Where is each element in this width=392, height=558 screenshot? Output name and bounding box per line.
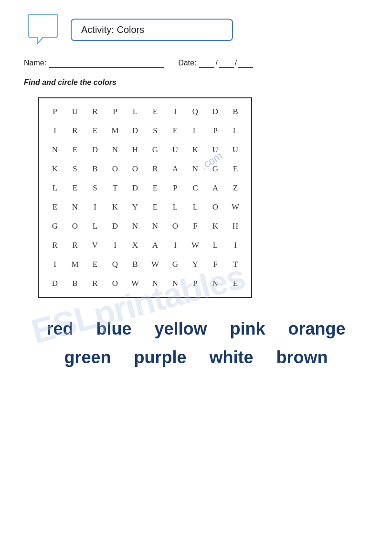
grid-cell-1-8: P <box>205 121 225 140</box>
grid-cell-9-7: P <box>185 274 205 293</box>
grid-cell-7-0: R <box>45 236 65 255</box>
grid-cell-9-5: N <box>145 274 165 293</box>
date-label: Date: <box>178 59 196 67</box>
grid-cell-3-4: O <box>125 159 145 179</box>
grid-cell-3-8: G <box>205 159 225 179</box>
color-word-white: white <box>210 347 254 368</box>
grid-cell-8-3: Q <box>105 255 125 274</box>
grid-cell-5-6: L <box>165 198 185 217</box>
grid-cell-7-7: W <box>185 236 205 255</box>
color-word-pink: pink <box>230 319 265 339</box>
grid-cell-6-9: H <box>225 217 245 236</box>
grid-cell-2-1: E <box>65 140 85 159</box>
grid-cell-0-2: R <box>85 102 105 121</box>
grid-cell-9-1: B <box>65 274 85 293</box>
grid-cell-2-0: N <box>45 140 65 159</box>
grid-cell-6-0: G <box>45 217 65 236</box>
grid-cell-3-3: O <box>105 159 125 179</box>
grid-cell-6-4: N <box>125 217 145 236</box>
name-label: Name: <box>24 59 46 67</box>
grid-cell-5-9: W <box>225 198 245 217</box>
grid-cell-3-1: S <box>65 159 85 179</box>
grid-cell-6-7: F <box>185 217 205 236</box>
wordsearch-wrapper: PURPLEJQDBIREMDSELPLNEDNHGUKUUKSBOORANGE… <box>24 97 252 314</box>
grid-cell-1-1: R <box>65 121 85 140</box>
speech-bubble-icon <box>24 14 62 45</box>
grid-cell-6-3: D <box>105 217 125 236</box>
grid-cell-7-3: I <box>105 236 125 255</box>
grid-cell-7-8: L <box>205 236 225 255</box>
grid-cell-9-4: W <box>125 274 145 293</box>
grid-cell-6-1: O <box>65 217 85 236</box>
color-words-row1: redblueyellowpinkorange <box>24 319 368 339</box>
grid-cell-5-4: Y <box>125 198 145 217</box>
name-date-row: Name: Date: / / <box>24 59 368 68</box>
activity-title: Activity: Colors <box>71 19 233 41</box>
color-word-yellow: yellow <box>154 319 207 339</box>
grid-cell-5-2: I <box>85 198 105 217</box>
color-word-orange: orange <box>288 319 346 339</box>
color-word-purple: purple <box>134 347 187 368</box>
grid-cell-4-2: S <box>85 179 105 198</box>
date-year <box>238 59 253 68</box>
grid-cell-0-9: B <box>225 102 245 121</box>
grid-cell-5-3: K <box>105 198 125 217</box>
grid-cell-2-2: D <box>85 140 105 159</box>
date-month <box>219 59 234 68</box>
wordsearch-table: PURPLEJQDBIREMDSELPLNEDNHGUKUUKSBOORANGE… <box>45 102 245 293</box>
grid-cell-8-9: T <box>225 255 245 274</box>
grid-cell-3-7: N <box>185 159 205 179</box>
grid-cell-3-5: R <box>145 159 165 179</box>
grid-cell-4-9: Z <box>225 179 245 198</box>
grid-cell-4-8: A <box>205 179 225 198</box>
grid-cell-2-5: G <box>145 140 165 159</box>
grid-cell-1-7: L <box>185 121 205 140</box>
color-word-blue: blue <box>96 319 131 339</box>
color-words-section: redblueyellowpinkorange greenpurplewhite… <box>24 319 368 368</box>
grid-cell-2-7: K <box>185 140 205 159</box>
grid-cell-0-6: J <box>165 102 185 121</box>
grid-cell-3-2: B <box>85 159 105 179</box>
grid-cell-4-4: D <box>125 179 145 198</box>
instructions-text: Find and circle the colors <box>24 78 368 87</box>
grid-cell-3-9: E <box>225 159 245 179</box>
grid-cell-0-1: U <box>65 102 85 121</box>
grid-cell-8-8: F <box>205 255 225 274</box>
grid-cell-6-5: N <box>145 217 165 236</box>
grid-cell-1-6: E <box>165 121 185 140</box>
grid-cell-4-3: T <box>105 179 125 198</box>
grid-cell-7-6: I <box>165 236 185 255</box>
grid-cell-1-3: M <box>105 121 125 140</box>
grid-cell-8-1: M <box>65 255 85 274</box>
grid-cell-8-0: I <box>45 255 65 274</box>
grid-cell-4-5: E <box>145 179 165 198</box>
grid-cell-0-0: P <box>45 102 65 121</box>
header: Activity: Colors <box>24 14 368 45</box>
grid-cell-0-5: E <box>145 102 165 121</box>
grid-cell-2-6: U <box>165 140 185 159</box>
grid-cell-1-2: E <box>85 121 105 140</box>
grid-cell-3-0: K <box>45 159 65 179</box>
color-words-row2: greenpurplewhitebrown <box>24 347 368 368</box>
grid-cell-0-7: Q <box>185 102 205 121</box>
grid-cell-5-1: N <box>65 198 85 217</box>
grid-cell-2-8: U <box>205 140 225 159</box>
grid-cell-4-0: L <box>45 179 65 198</box>
date-slash-2: / <box>235 59 237 67</box>
grid-cell-6-6: O <box>165 217 185 236</box>
grid-cell-4-6: P <box>165 179 185 198</box>
name-line <box>49 59 164 68</box>
grid-cell-0-8: D <box>205 102 225 121</box>
grid-cell-4-7: C <box>185 179 205 198</box>
color-word-green: green <box>64 347 111 368</box>
grid-cell-2-9: U <box>225 140 245 159</box>
grid-cell-6-2: L <box>85 217 105 236</box>
grid-cell-3-6: A <box>165 159 185 179</box>
grid-cell-7-4: X <box>125 236 145 255</box>
grid-cell-8-6: G <box>165 255 185 274</box>
date-day <box>199 59 214 68</box>
grid-cell-8-7: Y <box>185 255 205 274</box>
grid-cell-7-9: I <box>225 236 245 255</box>
grid-cell-8-2: E <box>85 255 105 274</box>
wordsearch-grid: PURPLEJQDBIREMDSELPLNEDNHGUKUUKSBOORANGE… <box>38 97 252 298</box>
